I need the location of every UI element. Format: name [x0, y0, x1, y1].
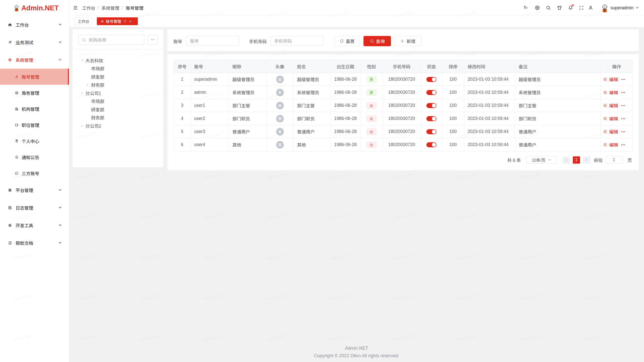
svg-text:T: T [526, 7, 528, 9]
